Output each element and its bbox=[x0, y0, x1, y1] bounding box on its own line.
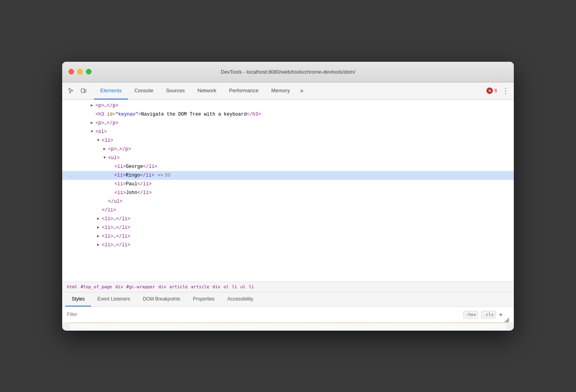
menu-more-icon[interactable]: ⋮ bbox=[500, 86, 511, 95]
bottom-panel-tabs: Styles Event Listeners DOM Breakpoints P… bbox=[62, 292, 514, 307]
expand-icon[interactable]: ▼ bbox=[97, 137, 102, 145]
toolbar-right: ✕ 6 ⋮ bbox=[486, 86, 511, 95]
tab-list: Elements Console Sources Network Perform… bbox=[94, 82, 485, 99]
device-mode-icon[interactable] bbox=[78, 85, 89, 96]
minimize-button[interactable] bbox=[77, 69, 83, 74]
toolbar: Elements Console Sources Network Perform… bbox=[62, 82, 514, 100]
resize-handle[interactable] bbox=[504, 318, 509, 322]
titlebar: DevTools - localhost:8080/web/tools/chro… bbox=[62, 62, 514, 82]
tab-console[interactable]: Console bbox=[128, 82, 160, 99]
dom-line[interactable]: <li>John</li> bbox=[62, 188, 514, 197]
breadcrumb-div1[interactable]: div bbox=[114, 284, 125, 290]
tab-memory[interactable]: Memory bbox=[265, 82, 296, 99]
dom-line[interactable]: <li>George</li> bbox=[62, 162, 514, 171]
tab-performance[interactable]: Performance bbox=[223, 82, 265, 99]
dollar-zero: $0 bbox=[165, 171, 170, 179]
dom-line[interactable]: ▼ <ul> bbox=[62, 154, 514, 162]
breadcrumb-div2[interactable]: div bbox=[157, 284, 168, 290]
breadcrumb-div3[interactable]: div bbox=[211, 284, 222, 290]
expand-icon[interactable]: ▶ bbox=[91, 102, 95, 110]
window-title: DevTools - localhost:8080/web/tools/chro… bbox=[221, 69, 355, 75]
tab-dom-breakpoints[interactable]: DOM Breakpoints bbox=[136, 292, 187, 306]
traffic-lights bbox=[69, 69, 92, 74]
error-badge[interactable]: ✕ 6 bbox=[486, 88, 497, 94]
dom-line[interactable]: </li> bbox=[62, 206, 514, 215]
dom-line[interactable]: ▶ <li>…</li> bbox=[62, 215, 514, 223]
breadcrumb-ol[interactable]: ol bbox=[222, 284, 230, 290]
expand-icon[interactable]: ▶ bbox=[97, 224, 102, 232]
svg-rect-0 bbox=[81, 89, 84, 93]
dom-line[interactable]: ▶ <p>…</p> bbox=[62, 145, 514, 154]
breadcrumb-article2[interactable]: article bbox=[189, 284, 211, 290]
devtools-window: DevTools - localhost:8080/web/tools/chro… bbox=[62, 62, 514, 331]
breadcrumb-top[interactable]: #top_of_page bbox=[79, 284, 114, 290]
filter-controls: :hov .cls + bbox=[463, 311, 503, 318]
maximize-button[interactable] bbox=[86, 69, 92, 74]
filter-bar: :hov .cls + bbox=[62, 307, 514, 323]
expand-icon[interactable]: ▶ bbox=[97, 241, 102, 249]
expand-icon[interactable]: ▶ bbox=[97, 232, 102, 240]
dom-tree[interactable]: ▶ <p>…</p> <h3 id="keynav">Navigate the … bbox=[62, 100, 514, 282]
expand-icon[interactable]: ▶ bbox=[91, 119, 95, 127]
hov-button[interactable]: :hov bbox=[463, 311, 478, 318]
tab-styles[interactable]: Styles bbox=[65, 292, 91, 306]
dom-line[interactable]: ▶ <p>…</p> bbox=[62, 101, 514, 110]
dom-line-selected[interactable]: … <li>Ringo</li> == $0 bbox=[62, 171, 514, 180]
breadcrumb-gc-wrapper[interactable]: #gc-wrapper bbox=[125, 284, 157, 290]
expand-icon[interactable]: ▶ bbox=[103, 145, 108, 153]
error-icon: ✕ bbox=[486, 88, 493, 94]
expand-icon[interactable]: ▼ bbox=[91, 128, 95, 136]
breadcrumb: html #top_of_page div #gc-wrapper div ar… bbox=[62, 282, 514, 292]
select-element-icon[interactable] bbox=[65, 85, 76, 96]
tab-accessibility[interactable]: Accessibility bbox=[221, 292, 259, 306]
breadcrumb-article1[interactable]: article bbox=[168, 284, 189, 290]
toolbar-icons bbox=[65, 85, 89, 96]
dom-line[interactable]: ▼ <ol> bbox=[62, 127, 514, 136]
filter-input[interactable] bbox=[67, 312, 463, 317]
tab-sources[interactable]: Sources bbox=[160, 82, 191, 99]
bottom-hint bbox=[70, 323, 506, 331]
dom-line[interactable]: ▶ <p>…</p> bbox=[62, 119, 514, 127]
expand-icon[interactable]: ▼ bbox=[103, 154, 108, 162]
add-style-button[interactable]: + bbox=[499, 311, 503, 318]
tab-event-listeners[interactable]: Event Listeners bbox=[91, 292, 137, 306]
tab-properties[interactable]: Properties bbox=[187, 292, 221, 306]
dom-line[interactable]: </ul> bbox=[62, 197, 514, 206]
breadcrumb-li1[interactable]: li bbox=[230, 284, 238, 290]
more-tabs-icon[interactable]: » bbox=[296, 85, 307, 96]
tab-network[interactable]: Network bbox=[191, 82, 223, 99]
svg-rect-1 bbox=[84, 89, 86, 92]
close-button[interactable] bbox=[69, 69, 74, 74]
selection-dots: … bbox=[69, 171, 72, 179]
error-count: 6 bbox=[494, 88, 497, 93]
breadcrumb-li2[interactable]: li bbox=[247, 284, 256, 290]
dom-line[interactable]: <h3 id="keynav">Navigate the DOM Tree wi… bbox=[62, 110, 514, 119]
cls-button[interactable]: .cls bbox=[481, 311, 496, 318]
breadcrumb-html[interactable]: html bbox=[65, 284, 79, 290]
dom-line[interactable]: ▼ <li> bbox=[62, 136, 514, 145]
dom-line[interactable]: ▶ <li>…</li> bbox=[62, 223, 514, 232]
dom-line[interactable]: <li>Paul</li> bbox=[62, 180, 514, 188]
expand-icon[interactable]: ▶ bbox=[97, 215, 102, 223]
dom-line[interactable]: ▶ <li>…</li> bbox=[62, 232, 514, 241]
breadcrumb-ul[interactable]: ul bbox=[239, 284, 247, 290]
dom-line[interactable]: ▶ <li>…</li> bbox=[62, 241, 514, 249]
tab-elements[interactable]: Elements bbox=[94, 82, 128, 99]
